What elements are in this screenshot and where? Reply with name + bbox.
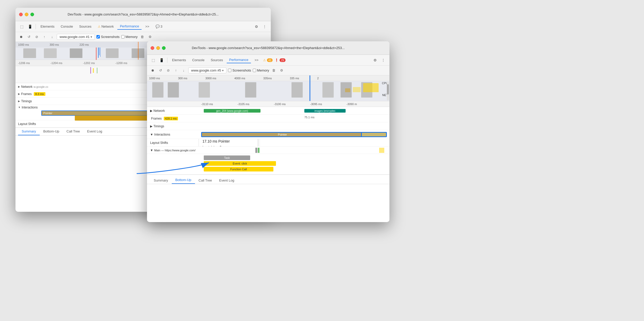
minimize-button-back[interactable] (25, 13, 28, 16)
expand-network-icon-front[interactable]: ▶ (150, 109, 152, 113)
tab-summary-front[interactable]: Summary (150, 177, 172, 184)
pointer-bar-front-secondary[interactable] (361, 132, 387, 137)
main-sub-tracks: Task Event: click Function Call (147, 154, 389, 175)
tab-console-back[interactable]: Console (58, 24, 76, 29)
devtools-toolbar-back: ⬚ 📱 Elements Console Sources ⚠ Network P… (15, 21, 271, 32)
ss-front-2 (168, 82, 179, 98)
download-icon-back[interactable]: ↓ (49, 34, 55, 40)
tab-sources-back[interactable]: Sources (77, 24, 94, 29)
tab-call-tree-front[interactable]: Call Tree (195, 177, 216, 184)
record-icon-front[interactable]: ⏺ (150, 67, 156, 74)
trash-icon-back[interactable]: 🗑 (139, 34, 145, 40)
stop-icon-back[interactable]: ⊘ (34, 34, 40, 40)
expand-timings-icon[interactable]: ▶ (18, 100, 20, 103)
fullscreen-button-back[interactable] (30, 13, 34, 16)
offset-ruler-front: -3110 ms -3105 ms -3100 ms -3095 ms -309… (147, 101, 389, 107)
pointer-bar-front-main[interactable]: Pointer (201, 132, 364, 137)
layout-shifts-content: 17.10 ms Pointer Input delay 2ms Process… (199, 139, 389, 146)
tab-call-tree-back[interactable]: Call Tree (63, 128, 84, 135)
url-input-front[interactable]: www.google.com #5 ▾ (188, 67, 226, 73)
warning-icon-front: ⚠ (263, 58, 266, 62)
function-call-bar-front: Function Call (204, 167, 273, 171)
fullscreen-button-front[interactable] (162, 46, 166, 50)
chat-badge[interactable]: 💬 3 (153, 24, 165, 29)
tooltip-input-delay-row: Input delay 2ms (202, 145, 254, 146)
memory-checkbox-back[interactable]: Memory (121, 35, 138, 39)
tab-event-log-back[interactable]: Event Log (84, 128, 106, 135)
settings-icon-front[interactable]: ⚙ (279, 67, 285, 74)
network-content-front: gen_204 (www.google.com) images (encrypt… (199, 107, 389, 114)
track-network-front: ▶ Network gen_204 (www.google.com) image… (147, 107, 389, 115)
tab-console-front[interactable]: Console (190, 57, 207, 63)
close-button-back[interactable] (19, 13, 23, 16)
url-input-back[interactable]: www.google.com #1 ▾ (57, 34, 95, 40)
memory-checkbox-front[interactable]: Memory (253, 68, 269, 72)
tab-network-back[interactable]: ⚠ Network (95, 24, 116, 29)
tab-performance-front[interactable]: Performance (227, 57, 251, 63)
sep-1 (36, 24, 36, 29)
timeline-scrollbar[interactable] (387, 82, 389, 100)
frames-content-front: 75.1 ms (199, 115, 389, 122)
tab-event-log-front[interactable]: Event Log (216, 177, 238, 184)
tab-more-front[interactable]: >> (252, 57, 261, 63)
tab-bottom-up-front[interactable]: Bottom-Up (172, 176, 195, 184)
main-content (209, 147, 389, 154)
track-timings-front: ▶ Timings (147, 122, 389, 130)
tab-summary-back[interactable]: Summary (18, 128, 40, 135)
window-title-back: DevTools - www.google.com/search?sca_esv… (68, 12, 218, 16)
url-dropdown-front[interactable]: ▾ (222, 69, 224, 72)
timings-label-back: Timings (21, 99, 32, 103)
upload-icon-front[interactable]: ↑ (173, 67, 179, 74)
dots-menu-back[interactable]: ⋮ (261, 23, 268, 30)
cpu-peak-2 (353, 87, 361, 92)
offset-1: -1206 ms (18, 61, 30, 65)
reload-icon-back[interactable]: ↺ (26, 34, 32, 40)
url-dropdown-back[interactable]: ▾ (91, 35, 92, 39)
frames-ms2-badge: 75.1 ms (304, 116, 314, 119)
ruler-300ms: 300 ms (50, 43, 59, 46)
gear-icon-front[interactable]: ⚙ (371, 57, 379, 64)
dots-menu-front[interactable]: ⋮ (380, 57, 387, 64)
trash-icon-front[interactable]: 🗑 (271, 67, 277, 74)
settings-icon-back[interactable]: ⚙ (147, 34, 153, 40)
expand-interactions-icon-front[interactable]: ▼ (150, 133, 153, 136)
gear-icon-back[interactable]: ⚙ (253, 23, 260, 30)
tab-more-back[interactable]: >> (143, 24, 152, 29)
cpu-bar-3 (97, 68, 97, 73)
expand-frames-icon[interactable]: ▶ (18, 92, 20, 95)
record-icon-back[interactable]: ⏺ (18, 34, 24, 40)
stop-icon-front[interactable]: ⊘ (165, 67, 171, 74)
frames-label-back: Frames (21, 92, 32, 96)
device-icon-front[interactable]: 📱 (158, 57, 165, 64)
interactions-label-back: Interactions (22, 106, 38, 109)
network-warning-icon: ⚠ (98, 25, 101, 28)
download-icon-front[interactable]: ↓ (181, 67, 187, 74)
screenshots-checkbox-back[interactable]: Screenshots (96, 35, 119, 39)
tab-elements-back[interactable]: Elements (38, 24, 57, 29)
expand-interactions-icon[interactable]: ▼ (18, 106, 21, 109)
addressbar-front: ⏺ ↺ ⊘ ↑ ↓ www.google.com #5 ▾ Screenshot… (147, 66, 389, 75)
scrollbar-thumb[interactable] (387, 84, 389, 95)
expand-main-icon[interactable]: ▼ (150, 148, 153, 152)
layout-shifts-label-back: Layout Shifts (18, 122, 36, 126)
close-button-front[interactable] (151, 46, 154, 50)
tab-bottom-up-back[interactable]: Bottom-Up (40, 128, 63, 135)
device-icon[interactable]: 📱 (26, 23, 34, 30)
reload-icon-front[interactable]: ↺ (157, 67, 164, 74)
main-mini-3 (379, 148, 384, 153)
expand-network-icon[interactable]: ▶ (18, 85, 20, 88)
offset-2: -1204 ms (51, 61, 62, 65)
cursor-icon-front[interactable]: ⬚ (150, 57, 157, 64)
track-main-front: ▼ Main — https://www.google.com/ (147, 147, 389, 154)
tab-sources-front[interactable]: Sources (208, 57, 226, 63)
tab-performance-back[interactable]: Performance (117, 23, 142, 30)
tab-elements-front[interactable]: Elements (169, 57, 189, 63)
track-layout-shifts-front: Layout Shifts 17.10 ms Pointer Input del… (147, 139, 389, 147)
blue-bar-2 (99, 48, 100, 55)
timings-label-front: ▶ Timings (147, 124, 199, 128)
minimize-button-front[interactable] (156, 46, 160, 50)
expand-timings-icon-front[interactable]: ▶ (150, 124, 152, 128)
upload-icon-back[interactable]: ↑ (41, 34, 47, 40)
cursor-icon[interactable]: ⬚ (18, 23, 25, 30)
screenshots-checkbox-front[interactable]: Screenshots (228, 68, 251, 72)
